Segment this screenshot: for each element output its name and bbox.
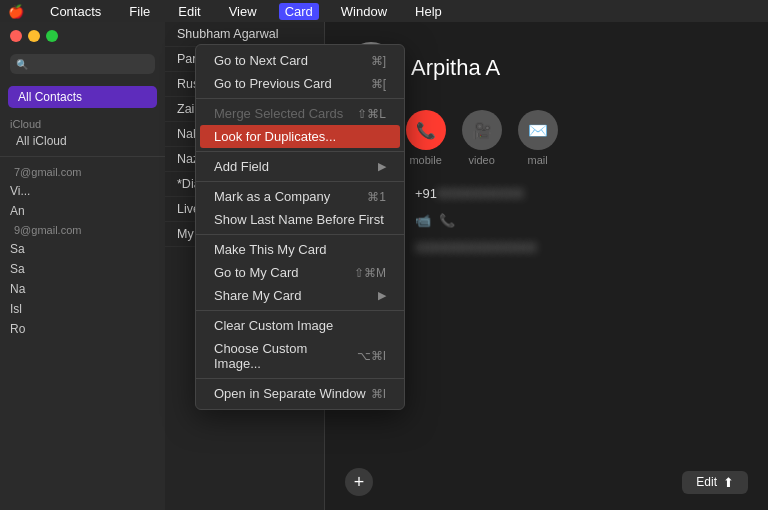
- close-button[interactable]: [10, 30, 22, 42]
- menu-clear-image-label: Clear Custom Image: [214, 318, 333, 333]
- menu-separator-1: [196, 98, 404, 99]
- menu-bar: 🍎 Contacts File Edit View Card Window He…: [0, 0, 768, 22]
- menu-mark-company-shortcut: ⌘1: [367, 190, 386, 204]
- menu-separator-2: [196, 181, 404, 182]
- menu-open-window-label: Open in Separate Window: [214, 386, 366, 401]
- card-dropdown-menu: Go to Next Card ⌘] Go to Previous Card ⌘…: [195, 44, 405, 410]
- menu-make-my-card-label: Make This My Card: [214, 242, 326, 257]
- menu-share-my-card[interactable]: Share My Card ▶: [200, 284, 400, 307]
- menu-last-name[interactable]: Show Last Name Before First: [200, 208, 400, 231]
- menu-choose-image[interactable]: Choose Custom Image... ⌥⌘I: [200, 337, 400, 375]
- menu-add-field[interactable]: Add Field ▶: [200, 155, 400, 178]
- menu-choose-image-label: Choose Custom Image...: [214, 341, 357, 371]
- minimize-button[interactable]: [28, 30, 40, 42]
- menu-go-my-card[interactable]: Go to My Card ⇧⌘M: [200, 261, 400, 284]
- menu-clear-image[interactable]: Clear Custom Image: [200, 314, 400, 337]
- menu-add-field-arrow: ▶: [378, 160, 386, 173]
- maximize-button[interactable]: [46, 30, 58, 42]
- apple-menu[interactable]: 🍎: [8, 4, 24, 19]
- menu-help[interactable]: Help: [409, 3, 448, 20]
- menu-file[interactable]: File: [123, 3, 156, 20]
- menu-contacts[interactable]: Contacts: [44, 3, 107, 20]
- traffic-lights: [0, 22, 165, 46]
- menu-share-my-card-label: Share My Card: [214, 288, 301, 303]
- menu-go-prev[interactable]: Go to Previous Card ⌘[: [200, 72, 400, 95]
- menu-card[interactable]: Card: [279, 3, 319, 20]
- menu-merge[interactable]: Merge Selected Cards ⇧⌘L: [200, 102, 400, 125]
- menu-edit[interactable]: Edit: [172, 3, 206, 20]
- menu-open-window[interactable]: Open in Separate Window ⌘I: [200, 382, 400, 405]
- menu-open-window-shortcut: ⌘I: [371, 387, 386, 401]
- menu-add-field-label: Add Field: [214, 159, 269, 174]
- menu-mark-company-label: Mark as a Company: [214, 189, 330, 204]
- menu-separator-3: [196, 234, 404, 235]
- menu-go-prev-shortcut: ⌘[: [371, 77, 386, 91]
- menu-go-next-shortcut: ⌘]: [371, 54, 386, 68]
- menu-mark-company[interactable]: Mark as a Company ⌘1: [200, 185, 400, 208]
- menu-go-prev-label: Go to Previous Card: [214, 76, 332, 91]
- menu-look-duplicates[interactable]: Look for Duplicates...: [200, 125, 400, 148]
- menu-go-next-label: Go to Next Card: [214, 53, 308, 68]
- menu-make-my-card[interactable]: Make This My Card: [200, 238, 400, 261]
- menu-look-duplicates-label: Look for Duplicates...: [214, 129, 336, 144]
- menu-merge-label: Merge Selected Cards: [214, 106, 343, 121]
- menu-go-next[interactable]: Go to Next Card ⌘]: [200, 49, 400, 72]
- dropdown-overlay: Go to Next Card ⌘] Go to Previous Card ⌘…: [0, 44, 768, 510]
- menu-choose-image-shortcut: ⌥⌘I: [357, 349, 386, 363]
- menu-go-my-card-label: Go to My Card: [214, 265, 299, 280]
- menu-separator-1b: [196, 151, 404, 152]
- menu-last-name-label: Show Last Name Before First: [214, 212, 384, 227]
- menu-merge-shortcut: ⇧⌘L: [357, 107, 386, 121]
- app-container: 🔍 All Contacts iCloud All iCloud 7@gmail…: [0, 22, 768, 510]
- menu-separator-4: [196, 310, 404, 311]
- menu-share-arrow: ▶: [378, 289, 386, 302]
- menu-view[interactable]: View: [223, 3, 263, 20]
- menu-separator-5: [196, 378, 404, 379]
- menu-go-my-card-shortcut: ⇧⌘M: [354, 266, 386, 280]
- menu-window[interactable]: Window: [335, 3, 393, 20]
